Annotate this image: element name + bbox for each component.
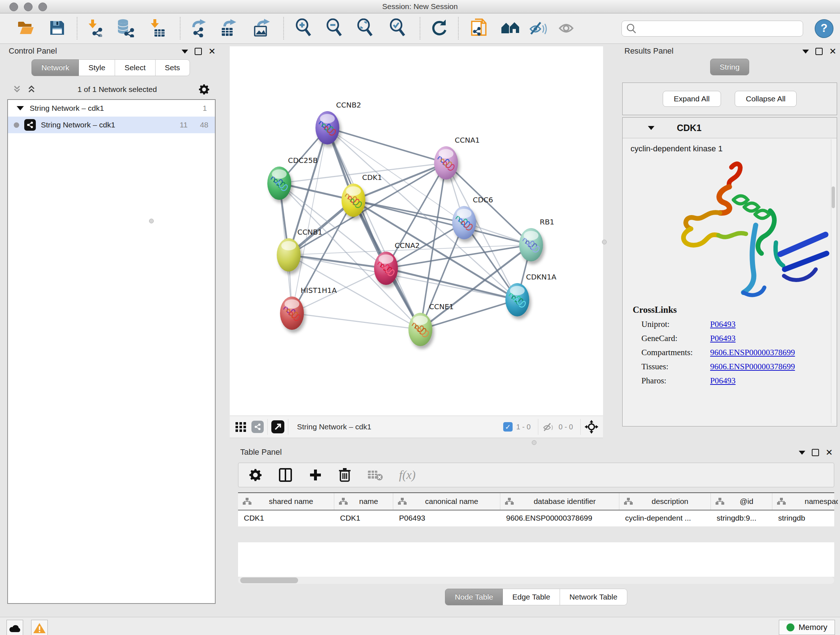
export-network-button[interactable] (190, 19, 209, 39)
import-network-button[interactable] (87, 19, 105, 38)
zoom-selected-button[interactable] (389, 19, 407, 39)
network-edge[interactable] (292, 313, 420, 329)
birdseye-navigator-icon[interactable] (584, 420, 599, 434)
network-edge[interactable] (354, 200, 531, 245)
network-node-CDC6[interactable] (452, 206, 478, 242)
welcome-screen-button[interactable] (501, 19, 521, 38)
network-collection-row[interactable]: String Network – cdk1 1 (8, 100, 215, 117)
table-tab-edge-table[interactable]: Edge Table (503, 589, 560, 605)
control-tab-sets[interactable]: Sets (156, 59, 190, 76)
add-column-icon[interactable] (309, 468, 322, 482)
close-panel-icon[interactable]: ✕ (826, 450, 833, 455)
network-node-CCNB1[interactable] (277, 238, 302, 274)
table-cell[interactable]: stringdb (772, 510, 838, 526)
control-tab-network[interactable]: Network (32, 59, 79, 76)
collapse-all-button[interactable]: Collapse All (735, 91, 797, 107)
table-cell[interactable]: CDK1 (334, 510, 393, 526)
crosslink-link[interactable]: P06493 (710, 334, 736, 343)
new-network-from-selection-button[interactable] (470, 18, 489, 40)
crosslink-link[interactable]: 9606.ENSP00000378699 (710, 348, 795, 357)
column-header-namespace[interactable]: namespace (772, 493, 838, 510)
grid-view-icon[interactable] (235, 421, 247, 433)
control-tab-style[interactable]: Style (79, 59, 115, 76)
scrollbar-thumb[interactable] (240, 578, 298, 583)
panel-menu-icon[interactable] (799, 451, 805, 455)
crosslink-link[interactable]: P06493 (710, 320, 736, 329)
float-panel-icon[interactable] (815, 48, 823, 55)
column-header-@id[interactable]: @id (711, 493, 772, 510)
column-header-shared-name[interactable]: shared name (238, 493, 334, 510)
import-network-from-database-button[interactable] (116, 19, 135, 39)
table-tab-node-table[interactable]: Node Table (445, 589, 503, 605)
selected-checkbox-icon[interactable]: ✓ (503, 422, 513, 432)
crosslink-link[interactable]: 9606.ENSP00000378699 (710, 362, 795, 371)
collapse-all-networks-icon[interactable] (12, 85, 22, 94)
column-header-name[interactable]: name (334, 493, 393, 510)
search-box[interactable] (622, 21, 803, 36)
network-edge[interactable] (386, 163, 446, 268)
float-panel-icon[interactable] (812, 449, 819, 456)
tab-string[interactable]: String (710, 59, 750, 75)
save-session-button[interactable] (49, 19, 65, 38)
right-splitter-handle[interactable] (602, 240, 607, 244)
table-cell[interactable]: P06493 (393, 510, 500, 526)
import-table-button[interactable] (149, 19, 166, 39)
zoom-in-button[interactable] (295, 19, 313, 39)
table-horizontal-scrollbar[interactable] (238, 577, 834, 584)
network-edge[interactable] (292, 128, 327, 313)
close-panel-icon[interactable]: ✕ (829, 49, 836, 54)
network-edge[interactable] (327, 128, 446, 163)
float-panel-icon[interactable] (195, 48, 202, 55)
network-graph[interactable]: CCNB2CCNA1CDC25BCDK1CDC6RB1CCNB1CCNA2CDK… (230, 46, 603, 416)
network-edge[interactable] (327, 128, 420, 329)
entry-header[interactable]: CDK1 (622, 118, 837, 138)
network-node-CCNE1[interactable] (409, 313, 434, 349)
table-cell[interactable]: 9606.ENSP00000378699 (500, 510, 619, 526)
network-node-HIST1H1A[interactable] (280, 296, 306, 333)
delete-column-icon[interactable] (338, 467, 351, 483)
panel-menu-icon[interactable] (182, 50, 188, 54)
export-image-button[interactable] (253, 19, 271, 39)
cloud-status-button[interactable] (6, 620, 23, 635)
expand-all-networks-icon[interactable] (27, 85, 36, 94)
network-options-gear-icon[interactable] (198, 84, 210, 95)
memory-button[interactable]: Memory (779, 620, 835, 635)
collection-expander-icon[interactable] (17, 106, 24, 111)
hide-selected-button[interactable] (528, 19, 547, 38)
search-input[interactable] (640, 24, 803, 33)
column-header-description[interactable]: description (619, 493, 711, 510)
column-header-canonical-name[interactable]: canonical name (393, 493, 500, 510)
network-node-CCNB2[interactable] (316, 111, 341, 147)
entry-scrollbar[interactable] (831, 139, 836, 423)
apply-layout-button[interactable] (430, 19, 448, 38)
zoom-out-button[interactable] (325, 19, 344, 39)
help-button[interactable]: ? (815, 19, 834, 38)
network-edge[interactable] (386, 268, 517, 300)
table-row[interactable]: CDK1CDK1P064939606.ENSP00000378699cyclin… (238, 510, 834, 526)
export-table-button[interactable] (219, 19, 238, 39)
crosslink-link[interactable]: P06493 (710, 376, 736, 386)
zoom-fit-button[interactable] (356, 19, 374, 39)
vertical-splitter-handle[interactable] (149, 219, 154, 223)
scrollbar-thumb[interactable] (832, 187, 835, 208)
warnings-button[interactable] (31, 620, 48, 635)
horizontal-splitter-handle[interactable] (532, 440, 537, 445)
table-cell[interactable]: CDK1 (238, 510, 334, 526)
detach-view-icon[interactable] (271, 420, 284, 433)
entry-expander-icon[interactable] (648, 126, 654, 130)
close-panel-icon[interactable]: ✕ (208, 49, 216, 54)
network-node-CDKN1A[interactable] (505, 283, 531, 319)
show-all-button[interactable] (557, 19, 576, 38)
show-columns-icon[interactable] (278, 467, 293, 483)
column-header-database-identifier[interactable]: database identifier (500, 493, 619, 510)
network-node-RB1[interactable] (519, 228, 545, 264)
table-options-gear-icon[interactable] (248, 468, 262, 482)
table-tab-network-table[interactable]: Network Table (560, 589, 627, 605)
open-session-button[interactable] (17, 19, 35, 38)
network-row[interactable]: String Network – cdk1 11 48 (8, 117, 215, 133)
network-node-CCNA2[interactable] (374, 252, 400, 288)
control-tab-select[interactable]: Select (115, 59, 155, 76)
table-cell[interactable]: stringdb:9... (711, 510, 772, 526)
panel-menu-icon[interactable] (802, 50, 809, 54)
table-cell[interactable]: cyclin-dependent ... (619, 510, 711, 526)
